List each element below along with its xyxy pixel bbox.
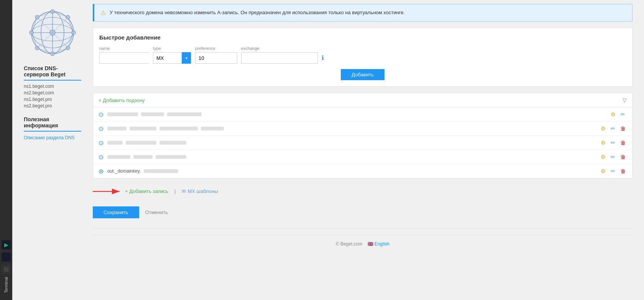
edit-icon[interactable]: ✏ <box>609 125 617 132</box>
terminal-sidebar: ▶ ⬛ Terminal <box>0 0 12 300</box>
settings-icon[interactable]: ⚙ <box>599 125 607 132</box>
exchange-field-group: exchange <box>241 46 318 64</box>
dns-description-link[interactable]: Описание раздела DNS <box>24 135 75 140</box>
preference-input[interactable] <box>195 52 237 64</box>
form-row: name ▾ type MX ▾ <box>99 46 626 64</box>
dns-server-1: ns1.beget.com <box>24 84 81 89</box>
delete-icon[interactable]: 🗑 <box>619 139 627 147</box>
record-actions-1: ⚙ ✏ <box>609 110 627 118</box>
divider <box>93 228 632 229</box>
preference-field-group: preference <box>195 46 237 64</box>
record-toggle-4[interactable]: ⊙ <box>99 153 104 161</box>
alert-icon: ⚠ <box>100 9 106 16</box>
settings-icon[interactable]: ⚙ <box>599 167 607 175</box>
record-actions-4: ⚙ ✏ 🗑 <box>599 153 627 161</box>
record-content-3 <box>107 141 595 145</box>
type-select[interactable]: MX ▾ <box>153 52 191 64</box>
blurred-bar <box>107 141 123 145</box>
record-actions-3: ⚙ ✏ 🗑 <box>599 139 627 147</box>
blurred-bar <box>130 127 156 130</box>
google-play-icon[interactable]: ▶ <box>2 240 11 249</box>
edit-icon[interactable]: ✏ <box>609 139 617 147</box>
dns-list: ns1.beget.com ns2.beget.com ns1.beget.pr… <box>24 84 81 109</box>
globe-container <box>24 8 81 58</box>
delete-icon[interactable]: 🗑 <box>619 167 627 175</box>
blurred-bar <box>141 112 164 116</box>
edit-icon[interactable]: ✏ <box>609 167 617 175</box>
blurred-bar <box>167 112 202 116</box>
name-field-group: name ▾ <box>99 46 149 64</box>
quick-add-section: Быстрое добавление name ▾ type <box>93 28 632 87</box>
dns-server-4: ns2.beget.pro <box>24 103 81 109</box>
blurred-bar <box>107 155 130 159</box>
records-section: + Добавить подзону ▽ ⊙ ⚙ ✏ <box>93 93 632 178</box>
record-actions-5: ⚙ ✏ 🗑 <box>599 167 627 175</box>
settings-icon[interactable]: ⚙ <box>609 110 617 118</box>
record-actions-2: ⚙ ✏ 🗑 <box>599 125 627 132</box>
blurred-bar <box>156 155 186 159</box>
add-button[interactable]: Добавить <box>341 69 384 80</box>
quick-add-title: Быстрое добавление <box>99 34 626 41</box>
blurred-bar <box>201 127 224 130</box>
record-toggle-1[interactable]: ⊙ <box>99 111 104 118</box>
alert-box: ⚠ У технического домена невозможно измен… <box>93 4 632 21</box>
record-toggle-5[interactable]: ⊛ <box>99 168 104 175</box>
red-arrow <box>93 186 123 197</box>
page-layout: Список DNS-серверов Beget ns1.beget.com … <box>12 0 644 300</box>
type-value: MX <box>153 55 182 61</box>
save-button[interactable]: Сохранить <box>93 206 139 218</box>
blurred-bar <box>133 155 153 159</box>
right-panel: ⚠ У технического домена невозможно измен… <box>89 0 644 300</box>
edit-icon[interactable]: ✏ <box>609 153 617 161</box>
bottom-actions: + Добавить запись | ✉ МХ шаблоны <box>125 185 218 198</box>
dns-servers-title: Список DNS-серверов Beget <box>24 65 81 81</box>
globe-icon <box>28 8 77 58</box>
add-subzone-link[interactable]: + Добавить подзону <box>99 97 145 103</box>
preference-label: preference <box>195 46 237 51</box>
apple-icon[interactable] <box>2 252 11 262</box>
useful-info-title: Полезная информация <box>24 116 81 132</box>
edit-icon[interactable]: ✏ <box>619 110 627 118</box>
delete-icon[interactable]: 🗑 <box>619 153 627 161</box>
add-record-link[interactable]: + Добавить запись <box>125 188 168 194</box>
record-content-2 <box>107 127 595 130</box>
envelope-icon: ✉ <box>182 188 186 194</box>
settings-icon[interactable]: ⚙ <box>599 139 607 147</box>
blurred-bar <box>159 141 186 145</box>
delete-icon[interactable]: 🗑 <box>619 125 627 132</box>
filter-icon[interactable]: ▽ <box>623 97 627 103</box>
blurred-bar <box>159 127 198 130</box>
language-flag: 🇬🇧 <box>368 241 373 247</box>
mx-templates-link[interactable]: ✉ МХ шаблоны <box>182 188 218 194</box>
type-label: type <box>153 46 191 51</box>
record-toggle-3[interactable]: ⊙ <box>99 139 104 147</box>
dns-server-2: ns2.beget.com <box>24 90 81 96</box>
terminal-label: Terminal <box>4 277 8 293</box>
record-toggle-2[interactable]: ⊙ <box>99 125 104 132</box>
info-icon[interactable]: ℹ <box>322 54 324 64</box>
domainkey-label: out._domainkey. <box>107 168 141 174</box>
exchange-input[interactable] <box>241 52 318 64</box>
left-panel: Список DNS-серверов Beget ns1.beget.com … <box>12 0 89 300</box>
save-row: Сохранить Отменить <box>93 203 632 222</box>
blurred-bar <box>107 127 127 130</box>
blurred-bar <box>144 169 178 173</box>
alert-text: У технического домена невозможно изменит… <box>110 9 405 16</box>
record-row: ⊙ ⚙ ✏ 🗑 <box>93 122 632 136</box>
blurred-bar <box>107 112 138 116</box>
blurred-bar <box>126 141 156 145</box>
record-content-4 <box>107 155 595 159</box>
record-row: ⊙ ⚙ ✏ <box>93 107 632 122</box>
name-label: name <box>99 46 149 51</box>
language-link[interactable]: English <box>375 241 389 247</box>
terminal-icon[interactable]: ⬛ <box>2 265 11 274</box>
type-dropdown-arrow[interactable]: ▾ <box>182 52 191 64</box>
main-content: Список DNS-серверов Beget ns1.beget.com … <box>12 0 644 300</box>
mx-templates-label: МХ шаблоны <box>187 188 218 194</box>
record-content-1 <box>107 112 605 116</box>
settings-icon[interactable]: ⚙ <box>599 153 607 161</box>
record-content-5: out._domainkey. <box>107 168 595 174</box>
cancel-link[interactable]: Отменить <box>145 209 168 215</box>
record-row: ⊙ ⚙ ✏ 🗑 <box>93 136 632 150</box>
exchange-label: exchange <box>241 46 318 51</box>
